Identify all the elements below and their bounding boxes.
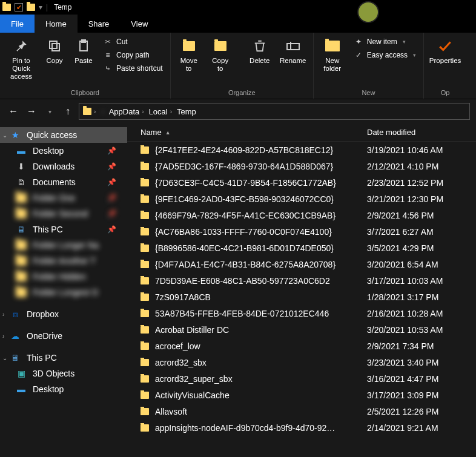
move-to-button[interactable]: Move to (174, 35, 203, 75)
breadcrumb-local[interactable]: Local› (148, 107, 173, 116)
file-row[interactable]: 7zS0917A8CB1/28/2021 3:17 PM (127, 289, 476, 305)
breadcrumb-appdata[interactable]: AppData› (108, 107, 145, 116)
pin-to-quick-access-button[interactable]: Pin to Quick access (4, 35, 39, 84)
column-name[interactable]: Name▲ (127, 128, 362, 137)
easy-access-button[interactable]: ✓Easy access▾ (352, 50, 417, 61)
chevron-down-icon[interactable]: ⌄ (2, 132, 7, 139)
file-row[interactable]: {7AD5ED3C-167F-4869-9730-64A1D588D067}2/… (127, 158, 476, 174)
ribbon-tabs: File Home Share View (0, 15, 476, 33)
folder-icon (140, 212, 149, 219)
sidebar-item-redacted[interactable]: Folder Second📌 (0, 206, 127, 222)
tab-file[interactable]: File (0, 15, 35, 33)
properties-button[interactable]: Properties (428, 35, 463, 67)
pin-icon: 📌 (107, 162, 116, 171)
file-row[interactable]: appInsights-nodeAIF-d9b70cd4-b9f9-4d70-9… (127, 419, 476, 436)
folder-icon (16, 288, 27, 297)
content-area: ⌄ ★ Quick access ▬Desktop📌 ⬇Downloads📌 🗎… (0, 123, 476, 457)
file-row[interactable]: 53A87B45-FFEB-4FEB-84DE-0721012EC4462/16… (127, 305, 476, 321)
sidebar-quick-access[interactable]: ⌄ ★ Quick access (0, 127, 127, 143)
cut-button[interactable]: ✂Cut (102, 36, 164, 47)
new-folder-icon (324, 38, 341, 54)
tab-view[interactable]: View (120, 15, 159, 33)
recent-dropdown[interactable]: ▾ (42, 104, 57, 119)
copyto-icon (212, 38, 229, 54)
checkbox-icon[interactable]: ✔ (15, 3, 23, 12)
chevron-down-icon[interactable]: ⌄ (2, 355, 7, 361)
sidebar-3d-objects[interactable]: ▣3D Objects (0, 366, 127, 381)
folder-icon (140, 326, 149, 334)
copy-to-label: Copy to (212, 57, 228, 73)
file-row[interactable]: acrord32_super_sbx3/16/2021 4:47 PM (127, 370, 476, 387)
file-row[interactable]: acrocef_low2/9/2021 7:34 PM (127, 338, 476, 354)
new-item-button[interactable]: ✦New item▾ (352, 36, 417, 47)
column-date-label: Date modified (367, 128, 415, 137)
copy-path-button[interactable]: ≡Copy path (102, 50, 164, 61)
delete-button[interactable]: Delete (245, 35, 274, 67)
qat-dropdown-icon[interactable]: ▾ (39, 3, 42, 12)
file-row[interactable]: {4669F79A-7829-4F5F-A41C-EC630C1CB9AB}2/… (127, 207, 476, 223)
rename-icon (285, 38, 302, 54)
file-date: 3/16/2021 4:47 PM (362, 374, 476, 384)
copy-button[interactable]: Copy (41, 35, 68, 67)
file-row[interactable]: {B8996586-40EC-4C21-B981-6D01D74DE050}3/… (127, 240, 476, 256)
file-row[interactable]: {D4F7ADA1-E4C7-4B31-B84C-6275A8A20708}3/… (127, 256, 476, 272)
column-date[interactable]: Date modified (362, 128, 476, 137)
sidebar-item-redacted[interactable]: Folder Another T (0, 253, 127, 269)
chevron-right-icon[interactable]: › (94, 108, 96, 115)
back-button[interactable]: ← (6, 104, 21, 119)
delete-label: Delete (250, 57, 269, 65)
onedrive-icon: ☁ (10, 331, 21, 341)
forward-button[interactable]: → (24, 104, 39, 119)
sidebar-desktop[interactable]: ▬Desktop📌 (0, 143, 127, 159)
address-bar[interactable]: › › AppData› Local› Temp (79, 103, 470, 120)
up-button[interactable]: ↑ (61, 104, 75, 119)
sidebar-onedrive[interactable]: ›☁OneDrive (0, 328, 127, 344)
folder-icon (140, 343, 149, 350)
tab-share[interactable]: Share (78, 15, 121, 33)
copy-to-button[interactable]: Copy to (206, 35, 235, 75)
file-date: 3/17/2021 10:03 AM (362, 276, 476, 286)
properties-icon (437, 38, 454, 54)
sidebar-desktop-2[interactable]: ▬Desktop (0, 381, 127, 397)
paste-button[interactable]: Paste (70, 35, 97, 67)
sidebar-this-pc-2[interactable]: ⌄🖥This PC (0, 350, 127, 366)
tab-home[interactable]: Home (35, 15, 78, 33)
new-folder-button[interactable]: New folder (317, 35, 348, 75)
sidebar-dropbox[interactable]: ›⧈Dropbox (0, 306, 127, 322)
paste-shortcut-label: Paste shortcut (116, 64, 163, 73)
sidebar-downloads[interactable]: ⬇Downloads📌 (0, 159, 127, 174)
file-row[interactable]: {2F417EE2-4E24-4609-822D-A57BC818EC12}3/… (127, 142, 476, 158)
sidebar-documents[interactable]: 🗎Documents📌 (0, 174, 127, 190)
chevron-right-icon[interactable]: › (2, 333, 4, 340)
sidebar-item-redacted[interactable]: Folder Longer Na (0, 237, 127, 253)
breadcrumb-temp[interactable]: Temp (176, 107, 197, 116)
paste-shortcut-button[interactable]: ⤷Paste shortcut (102, 63, 164, 74)
folder-icon (16, 209, 27, 219)
file-name: {D4F7ADA1-E4C7-4B31-B84C-6275A8A20708} (155, 260, 336, 269)
file-date: 3/17/2021 3:09 PM (362, 390, 476, 400)
sidebar-item-redacted[interactable]: Folder Longest O (0, 284, 127, 300)
file-name: ActivityVisualCache (155, 390, 230, 400)
sidebar-item-label: Downloads (33, 162, 74, 171)
folder-icon (140, 179, 149, 186)
sidebar-this-pc[interactable]: 🖥This PC📌 (0, 222, 127, 237)
file-row[interactable]: {7D63CE3F-C4C5-41D7-9B54-F1856C1772AB}2/… (127, 174, 476, 191)
chevron-down-icon: ▾ (413, 52, 416, 58)
copy-icon (46, 38, 63, 54)
file-row[interactable]: {9FE1C469-2AD0-43FC-B598-903246072CC0}3/… (127, 191, 476, 207)
sidebar-item-redacted[interactable]: Folder One📌 (0, 190, 127, 206)
file-row[interactable]: acrord32_sbx3/23/2021 3:40 PM (127, 354, 476, 370)
file-row[interactable]: Allavsoft2/5/2021 12:26 PM (127, 403, 476, 419)
file-date: 2/9/2021 4:56 PM (362, 211, 476, 220)
file-list[interactable]: {2F417EE2-4E24-4609-822D-A57BC818EC12}3/… (127, 142, 476, 457)
file-row[interactable]: ActivityVisualCache3/17/2021 3:09 PM (127, 387, 476, 403)
file-row[interactable]: Acrobat Distiller DC3/20/2021 10:53 AM (127, 321, 476, 338)
paste-label: Paste (74, 57, 92, 65)
breadcrumb-user[interactable]: › (98, 108, 105, 115)
chevron-right-icon[interactable]: › (2, 311, 4, 318)
file-row[interactable]: {AC76BA86-1033-FFFF-7760-0C0F074E4100}3/… (127, 223, 476, 240)
file-row[interactable]: 7D5D39AE-E608-48C1-AB50-597723A0C6D23/17… (127, 272, 476, 289)
rename-button[interactable]: Rename (277, 35, 309, 67)
user-avatar[interactable] (357, 1, 379, 23)
sidebar-item-redacted[interactable]: Folder Hidden (0, 269, 127, 284)
